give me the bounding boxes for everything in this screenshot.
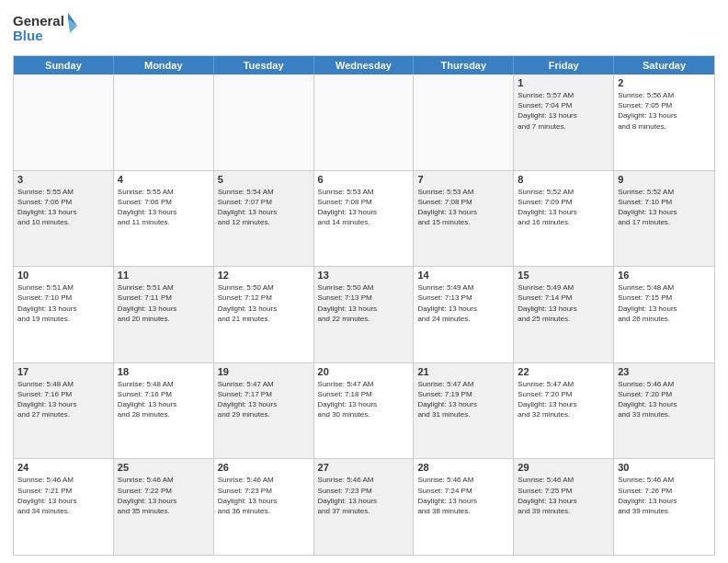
logo: General Blue xyxy=(13,9,77,50)
cell-detail: Sunrise: 5:50 AM Sunset: 7:13 PM Dayligh… xyxy=(318,282,410,324)
calendar-cell: 24Sunrise: 5:46 AM Sunset: 7:21 PM Dayli… xyxy=(14,459,114,555)
cell-detail: Sunrise: 5:52 AM Sunset: 7:10 PM Dayligh… xyxy=(618,187,711,228)
calendar-cell: 23Sunrise: 5:46 AM Sunset: 7:20 PM Dayli… xyxy=(614,363,714,459)
header-day-saturday: Saturday xyxy=(614,56,714,75)
logo-svg: General Blue xyxy=(13,9,77,50)
calendar-cell xyxy=(14,75,114,170)
day-number: 1 xyxy=(518,77,609,88)
cell-detail: Sunrise: 5:47 AM Sunset: 7:17 PM Dayligh… xyxy=(218,379,310,420)
cell-detail: Sunrise: 5:55 AM Sunset: 7:06 PM Dayligh… xyxy=(17,187,109,228)
cell-detail: Sunrise: 5:46 AM Sunset: 7:23 PM Dayligh… xyxy=(218,475,310,516)
day-number: 3 xyxy=(17,174,109,185)
calendar-cell: 29Sunrise: 5:46 AM Sunset: 7:25 PM Dayli… xyxy=(514,459,614,555)
cell-detail: Sunrise: 5:50 AM Sunset: 7:12 PM Dayligh… xyxy=(218,282,310,324)
calendar-cell: 28Sunrise: 5:46 AM Sunset: 7:24 PM Dayli… xyxy=(414,459,514,555)
day-number: 30 xyxy=(618,462,711,473)
calendar-cell: 5Sunrise: 5:54 AM Sunset: 7:07 PM Daylig… xyxy=(214,171,314,267)
day-number: 4 xyxy=(118,174,210,185)
cell-detail: Sunrise: 5:46 AM Sunset: 7:24 PM Dayligh… xyxy=(417,475,509,516)
header-day-tuesday: Tuesday xyxy=(214,56,314,75)
calendar-cell: 19Sunrise: 5:47 AM Sunset: 7:17 PM Dayli… xyxy=(214,363,314,459)
day-number: 10 xyxy=(17,270,109,281)
header-day-monday: Monday xyxy=(114,56,214,75)
day-number: 14 xyxy=(417,270,509,281)
cell-detail: Sunrise: 5:51 AM Sunset: 7:10 PM Dayligh… xyxy=(17,282,109,324)
day-number: 23 xyxy=(618,366,711,377)
cell-detail: Sunrise: 5:46 AM Sunset: 7:23 PM Dayligh… xyxy=(318,475,410,516)
cell-detail: Sunrise: 5:51 AM Sunset: 7:11 PM Dayligh… xyxy=(118,282,210,324)
day-number: 5 xyxy=(218,174,310,185)
cell-detail: Sunrise: 5:53 AM Sunset: 7:08 PM Dayligh… xyxy=(417,187,509,228)
day-number: 6 xyxy=(318,174,410,185)
cell-detail: Sunrise: 5:46 AM Sunset: 7:21 PM Dayligh… xyxy=(17,475,109,516)
day-number: 9 xyxy=(618,174,711,185)
calendar-week-3: 10Sunrise: 5:51 AM Sunset: 7:10 PM Dayli… xyxy=(14,266,714,362)
day-number: 26 xyxy=(218,462,310,473)
calendar-cell: 25Sunrise: 5:46 AM Sunset: 7:22 PM Dayli… xyxy=(114,459,214,555)
cell-detail: Sunrise: 5:48 AM Sunset: 7:16 PM Dayligh… xyxy=(17,379,109,420)
header-day-friday: Friday xyxy=(514,56,614,75)
day-number: 27 xyxy=(318,462,410,473)
day-number: 29 xyxy=(518,462,609,473)
day-number: 19 xyxy=(218,366,310,377)
calendar-cell: 26Sunrise: 5:46 AM Sunset: 7:23 PM Dayli… xyxy=(214,459,314,555)
day-number: 22 xyxy=(518,366,609,377)
calendar-cell: 6Sunrise: 5:53 AM Sunset: 7:08 PM Daylig… xyxy=(314,171,415,267)
calendar-cell: 10Sunrise: 5:51 AM Sunset: 7:10 PM Dayli… xyxy=(14,267,114,362)
calendar-cell: 8Sunrise: 5:52 AM Sunset: 7:09 PM Daylig… xyxy=(514,171,614,267)
day-number: 21 xyxy=(417,366,509,377)
calendar-cell xyxy=(214,75,314,170)
cell-detail: Sunrise: 5:49 AM Sunset: 7:13 PM Dayligh… xyxy=(417,282,509,324)
day-number: 13 xyxy=(318,270,410,281)
cell-detail: Sunrise: 5:53 AM Sunset: 7:08 PM Dayligh… xyxy=(318,187,410,228)
day-number: 17 xyxy=(17,366,109,377)
cell-detail: Sunrise: 5:57 AM Sunset: 7:04 PM Dayligh… xyxy=(518,90,609,132)
day-number: 24 xyxy=(17,462,109,473)
cell-detail: Sunrise: 5:46 AM Sunset: 7:25 PM Dayligh… xyxy=(518,475,609,516)
calendar-cell: 17Sunrise: 5:48 AM Sunset: 7:16 PM Dayli… xyxy=(14,363,114,459)
cell-detail: Sunrise: 5:49 AM Sunset: 7:14 PM Dayligh… xyxy=(518,282,609,324)
cell-detail: Sunrise: 5:52 AM Sunset: 7:09 PM Dayligh… xyxy=(518,187,609,228)
calendar-cell xyxy=(314,75,415,170)
day-number: 25 xyxy=(118,462,210,473)
calendar-week-1: 1Sunrise: 5:57 AM Sunset: 7:04 PM Daylig… xyxy=(14,75,714,170)
calendar-cell: 9Sunrise: 5:52 AM Sunset: 7:10 PM Daylig… xyxy=(614,171,714,267)
cell-detail: Sunrise: 5:47 AM Sunset: 7:20 PM Dayligh… xyxy=(518,379,609,420)
calendar-body: 1Sunrise: 5:57 AM Sunset: 7:04 PM Daylig… xyxy=(14,75,714,555)
day-number: 15 xyxy=(518,270,609,281)
calendar-week-5: 24Sunrise: 5:46 AM Sunset: 7:21 PM Dayli… xyxy=(14,458,714,555)
calendar-cell: 2Sunrise: 5:56 AM Sunset: 7:05 PM Daylig… xyxy=(614,75,714,170)
calendar-cell: 16Sunrise: 5:48 AM Sunset: 7:15 PM Dayli… xyxy=(614,267,714,362)
cell-detail: Sunrise: 5:48 AM Sunset: 7:15 PM Dayligh… xyxy=(618,282,711,324)
cell-detail: Sunrise: 5:54 AM Sunset: 7:07 PM Dayligh… xyxy=(218,187,310,228)
calendar-cell: 3Sunrise: 5:55 AM Sunset: 7:06 PM Daylig… xyxy=(14,171,114,267)
cell-detail: Sunrise: 5:48 AM Sunset: 7:16 PM Dayligh… xyxy=(118,379,210,420)
calendar-cell xyxy=(114,75,214,170)
calendar-cell: 13Sunrise: 5:50 AM Sunset: 7:13 PM Dayli… xyxy=(314,267,415,362)
calendar-cell: 4Sunrise: 5:55 AM Sunset: 7:06 PM Daylig… xyxy=(114,171,214,267)
calendar-cell: 18Sunrise: 5:48 AM Sunset: 7:16 PM Dayli… xyxy=(114,363,214,459)
day-number: 16 xyxy=(618,270,711,281)
cell-detail: Sunrise: 5:46 AM Sunset: 7:22 PM Dayligh… xyxy=(118,475,210,516)
cell-detail: Sunrise: 5:46 AM Sunset: 7:20 PM Dayligh… xyxy=(618,379,711,420)
day-number: 8 xyxy=(518,174,609,185)
page: General Blue SundayMondayTuesdayWednesda… xyxy=(0,0,728,563)
day-number: 12 xyxy=(218,270,310,281)
svg-text:Blue: Blue xyxy=(13,28,43,43)
svg-text:General: General xyxy=(13,13,64,29)
cell-detail: Sunrise: 5:55 AM Sunset: 7:06 PM Dayligh… xyxy=(118,187,210,228)
cell-detail: Sunrise: 5:47 AM Sunset: 7:19 PM Dayligh… xyxy=(417,379,509,420)
calendar-cell: 30Sunrise: 5:46 AM Sunset: 7:26 PM Dayli… xyxy=(614,459,714,555)
header-day-thursday: Thursday xyxy=(414,56,514,75)
calendar-cell: 14Sunrise: 5:49 AM Sunset: 7:13 PM Dayli… xyxy=(414,267,514,362)
header-day-sunday: Sunday xyxy=(14,56,114,75)
calendar-week-2: 3Sunrise: 5:55 AM Sunset: 7:06 PM Daylig… xyxy=(14,170,714,267)
day-number: 18 xyxy=(118,366,210,377)
calendar-cell: 27Sunrise: 5:46 AM Sunset: 7:23 PM Dayli… xyxy=(314,459,415,555)
calendar-cell: 22Sunrise: 5:47 AM Sunset: 7:20 PM Dayli… xyxy=(514,363,614,459)
calendar-cell: 11Sunrise: 5:51 AM Sunset: 7:11 PM Dayli… xyxy=(114,267,214,362)
cell-detail: Sunrise: 5:47 AM Sunset: 7:18 PM Dayligh… xyxy=(318,379,410,420)
calendar-cell xyxy=(414,75,514,170)
calendar-cell: 15Sunrise: 5:49 AM Sunset: 7:14 PM Dayli… xyxy=(514,267,614,362)
calendar: SundayMondayTuesdayWednesdayThursdayFrid… xyxy=(13,55,715,556)
